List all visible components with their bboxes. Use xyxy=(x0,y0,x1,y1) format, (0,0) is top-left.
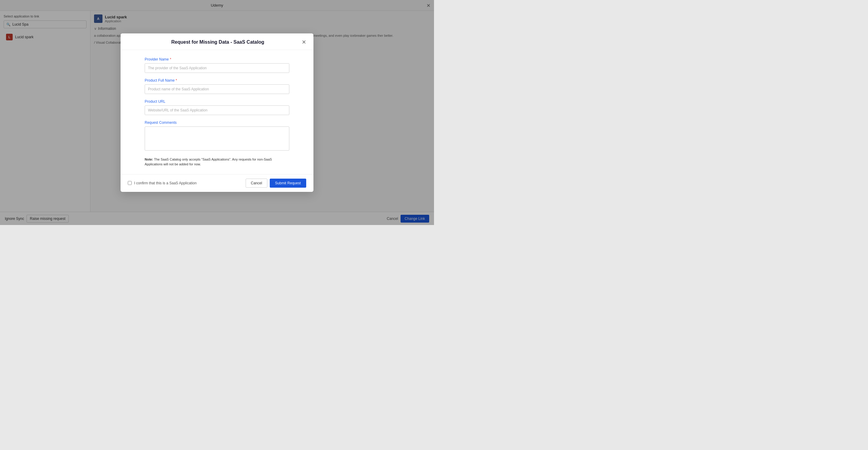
saas-confirm-checkbox[interactable] xyxy=(128,181,132,185)
product-full-name-input[interactable] xyxy=(145,84,289,94)
provider-name-label: Provider Name * xyxy=(145,57,289,61)
provider-name-input[interactable] xyxy=(145,63,289,73)
product-url-group: Product URL xyxy=(145,99,289,115)
product-url-label: Product URL xyxy=(145,99,289,104)
footer-buttons: Cancel Submit Request xyxy=(246,179,306,188)
form-note: Note: The SaaS Catalog only accepts "Saa… xyxy=(145,157,289,167)
checkbox-row: I confirm that this is a SaaS Applicatio… xyxy=(128,181,196,185)
request-comments-label: Request Comments xyxy=(145,121,289,125)
note-text: The SaaS Catalog only accepts "SaaS Appl… xyxy=(145,158,272,166)
product-full-name-group: Product Full Name * xyxy=(145,78,289,94)
modal-close-button[interactable]: ✕ xyxy=(302,39,306,45)
product-url-input[interactable] xyxy=(145,105,289,115)
submit-request-button[interactable]: Submit Request xyxy=(270,179,306,188)
required-asterisk-2: * xyxy=(176,78,177,83)
product-full-name-label: Product Full Name * xyxy=(145,78,289,83)
checkbox-label: I confirm that this is a SaaS Applicatio… xyxy=(134,181,196,185)
modal-title: Request for Missing Data - SaaS Catalog xyxy=(134,39,302,45)
modal-overlay: Request for Missing Data - SaaS Catalog … xyxy=(0,0,434,225)
modal-body: Provider Name * Product Full Name * Prod… xyxy=(121,50,313,174)
request-comments-textarea[interactable] xyxy=(145,127,289,151)
required-asterisk: * xyxy=(170,57,171,61)
cancel-modal-button[interactable]: Cancel xyxy=(246,179,267,188)
note-bold: Note: xyxy=(145,158,153,161)
modal-header: Request for Missing Data - SaaS Catalog … xyxy=(121,33,313,50)
provider-name-group: Provider Name * xyxy=(145,57,289,73)
request-comments-group: Request Comments xyxy=(145,121,289,152)
modal-footer: I confirm that this is a SaaS Applicatio… xyxy=(121,174,313,192)
modal: Request for Missing Data - SaaS Catalog … xyxy=(121,33,313,192)
